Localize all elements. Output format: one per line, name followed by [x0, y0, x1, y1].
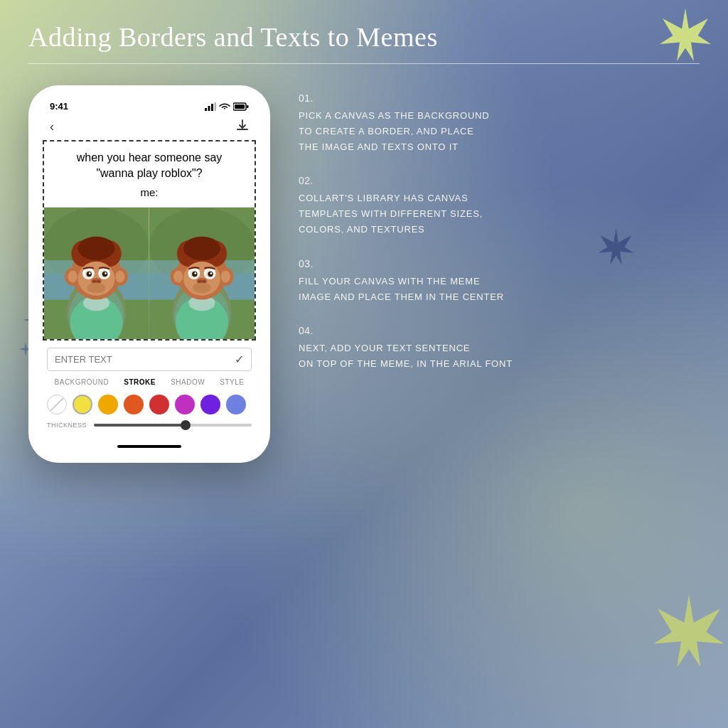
signal-icon [205, 102, 216, 111]
instruction-text-1: PICK A CANVAS AS THE BACKGROUNDTO CREATE… [299, 108, 700, 155]
instruction-num-4: 04. [299, 325, 700, 336]
color-swatch-orange[interactable] [124, 395, 144, 414]
svg-rect-5 [211, 104, 213, 111]
svg-rect-3 [205, 108, 207, 111]
instruction-text-2: COLLART'S LIBRARY HAS CANVASTEMPLATES WI… [299, 191, 700, 237]
svg-point-26 [78, 236, 115, 259]
instruction-item-1: 01. PICK A CANVAS AS THE BACKGROUNDTO CR… [299, 92, 700, 155]
phone-wrapper: 9:41 [28, 85, 270, 463]
instruction-item-3: 03. FILL YOUR CANVAS WITH THE MEMEIMAGE … [299, 258, 700, 305]
download-button[interactable] [236, 119, 249, 134]
phone-toolbar: ✓ BACKGROUND STROKE SHADOW STYLE [37, 341, 262, 439]
svg-point-52 [221, 271, 230, 283]
monkey-right [149, 208, 255, 339]
svg-point-65 [210, 272, 213, 274]
instructions-panel: 01. PICK A CANVAS AS THE BACKGROUNDTO CR… [299, 85, 700, 392]
meme-image [44, 208, 255, 339]
check-icon[interactable]: ✓ [235, 353, 244, 366]
content-row: 9:41 [28, 85, 700, 463]
color-swatch-blue-purple[interactable] [226, 395, 246, 414]
svg-point-39 [87, 282, 106, 293]
phone-status-bar: 9:41 [37, 94, 262, 116]
svg-rect-4 [208, 106, 210, 111]
svg-point-20 [68, 271, 77, 283]
svg-point-34 [89, 272, 91, 274]
phone-mockup: 9:41 [28, 85, 270, 463]
page-container: Adding Borders and Texts to Memes 9:41 [0, 0, 728, 728]
phone-nav-bar: ‹ [37, 116, 262, 140]
phone-time: 9:41 [50, 101, 68, 112]
svg-point-56 [183, 236, 220, 259]
color-swatch-yellow[interactable] [98, 395, 118, 414]
meme-top-text: when you hear someone say"wanna play rob… [55, 150, 243, 182]
wifi-icon [219, 102, 230, 111]
instruction-text-3: FILL YOUR CANVAS WITH THE MEMEIMAGE AND … [299, 274, 700, 305]
color-swatch-magenta[interactable] [175, 395, 195, 414]
monkey-left [44, 208, 149, 339]
meme-bottom-text: me: [55, 186, 243, 198]
meme-content-area: when you hear someone say"wanna play rob… [43, 140, 256, 341]
svg-rect-9 [247, 105, 249, 108]
instruction-num-2: 02. [299, 175, 700, 186]
battery-icon [233, 102, 249, 111]
page-title: Adding Borders and Texts to Memes [28, 21, 700, 53]
thickness-slider[interactable] [94, 424, 252, 427]
tab-stroke[interactable]: STROKE [121, 377, 159, 387]
thickness-row: THICKNESS [47, 422, 252, 429]
svg-point-50 [173, 271, 183, 283]
svg-point-69 [193, 282, 211, 293]
text-input-field[interactable] [55, 354, 235, 365]
phone-status-icons [205, 102, 249, 111]
svg-point-22 [115, 271, 124, 283]
color-swatch-purple[interactable] [200, 395, 220, 414]
tab-shadow[interactable]: SHADOW [168, 377, 208, 387]
instruction-text-4: NEXT, ADD YOUR TEXT SENTENCEON TOP OF TH… [299, 341, 700, 372]
instruction-item-2: 02. COLLART'S LIBRARY HAS CANVASTEMPLATE… [299, 175, 700, 237]
phone-inner: 9:41 [37, 94, 262, 454]
instruction-item-4: 04. NEXT, ADD YOUR TEXT SENTENCEON TOP O… [299, 325, 700, 372]
svg-rect-6 [215, 102, 217, 111]
back-button[interactable]: ‹ [50, 119, 54, 134]
thickness-thumb[interactable] [181, 420, 191, 430]
color-none-swatch[interactable] [47, 395, 67, 414]
phone-home-indicator [37, 439, 262, 454]
thickness-label: THICKNESS [47, 422, 87, 429]
color-swatches-row [47, 395, 252, 414]
color-swatch-red[interactable] [149, 395, 169, 414]
instruction-num-1: 01. [299, 92, 700, 104]
tab-background[interactable]: BACKGROUND [52, 377, 112, 387]
color-swatch-yellow-light[interactable] [73, 395, 92, 414]
home-bar [117, 445, 181, 448]
text-input-row[interactable]: ✓ [47, 348, 252, 371]
svg-point-35 [105, 272, 107, 274]
instruction-num-3: 03. [299, 258, 700, 269]
title-divider [28, 63, 700, 64]
meme-text-area: when you hear someone say"wanna play rob… [44, 141, 255, 208]
tab-style[interactable]: STYLE [217, 377, 247, 387]
svg-point-64 [194, 272, 196, 274]
svg-rect-8 [235, 105, 245, 109]
tab-row: BACKGROUND STROKE SHADOW STYLE [47, 377, 252, 387]
